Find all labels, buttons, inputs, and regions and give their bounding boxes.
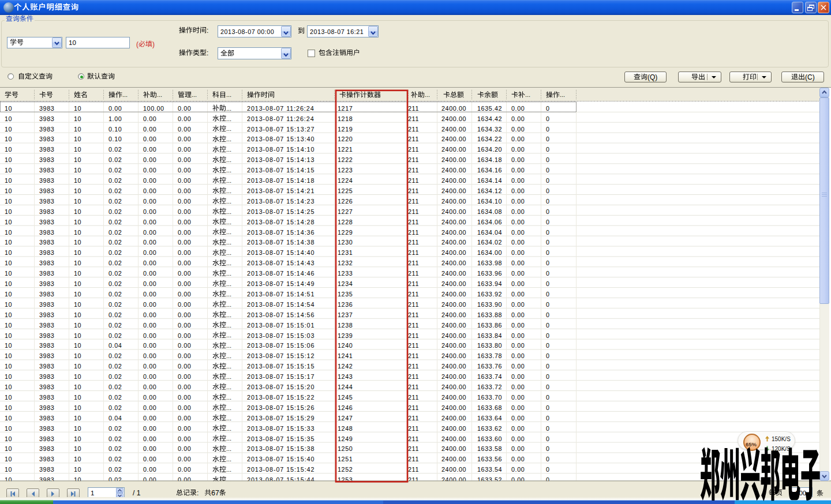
svg-text:...: ... xyxy=(226,115,231,122)
svg-text:...: ... xyxy=(226,373,231,380)
svg-text:(C): (C) xyxy=(805,73,815,81)
svg-text:...: ... xyxy=(226,456,231,462)
svg-text:...: ... xyxy=(226,301,231,308)
svg-text:...: ... xyxy=(226,425,231,432)
svg-text:(: ( xyxy=(136,40,138,48)
svg-text:...: ... xyxy=(226,415,231,422)
svg-text::: : xyxy=(207,49,208,57)
svg-text:0.001.000.100.100.020.020.020.: 0.001.000.100.100.020.020.020.020.020.02… xyxy=(108,105,122,483)
svg-text:...: ... xyxy=(226,198,231,205)
svg-text:...: ... xyxy=(226,156,231,163)
svg-text:...: ... xyxy=(226,404,231,411)
svg-text:...: ... xyxy=(226,239,231,246)
svg-text:...: ... xyxy=(226,352,231,359)
svg-text:1635.421634.421634.321634.2216: 1635.421634.421634.321634.221634.201634.… xyxy=(477,105,502,483)
svg-text:...: ... xyxy=(226,208,231,215)
svg-text:...: ... xyxy=(226,270,231,277)
svg-text:...: ... xyxy=(226,394,231,401)
svg-text:...: ... xyxy=(226,91,231,98)
svg-text:...: ... xyxy=(226,311,231,318)
svg-text:100.000.000.000.000.000.000.00: 100.000.000.000.000.000.000.000.000.000.… xyxy=(143,105,164,483)
svg-text:(Q): (Q) xyxy=(647,73,657,81)
svg-text:121712181219122012211222122312: 1217121812191220122112221223122412251226… xyxy=(338,105,353,483)
svg-text:...: ... xyxy=(226,291,231,298)
svg-text:...: ... xyxy=(226,228,231,235)
svg-text:...: ... xyxy=(226,466,231,473)
svg-text:...: ... xyxy=(226,332,231,338)
svg-text:...: ... xyxy=(226,105,231,112)
svg-text:...: ... xyxy=(226,435,231,442)
svg-text:...: ... xyxy=(226,445,231,452)
svg-text:...: ... xyxy=(226,280,231,287)
svg-text:...: ... xyxy=(226,249,231,256)
svg-text:...: ... xyxy=(425,91,430,98)
svg-text:...: ... xyxy=(226,342,231,349)
svg-text:...: ... xyxy=(226,146,231,153)
svg-text:...: ... xyxy=(226,322,231,329)
svg-text:...: ... xyxy=(226,259,231,266)
svg-text:...: ... xyxy=(192,91,197,98)
svg-text:...: ... xyxy=(525,91,530,98)
svg-text:0.000.000.000.000.000.000.000.: 0.000.000.000.000.000.000.000.000.000.00… xyxy=(511,105,525,483)
svg-text:...: ... xyxy=(226,167,231,174)
svg-text:...: ... xyxy=(560,91,565,98)
svg-text:...: ... xyxy=(122,91,128,98)
svg-text:...: ... xyxy=(226,383,231,390)
svg-text:2013-08-07 11:26:242013-08-07: 2013-08-07 11:26:242013-08-07 11:26:2420… xyxy=(247,105,315,483)
svg-text:101010101010101010101010101010: 1010101010101010101010101010101010101010… xyxy=(5,105,12,483)
svg-text:...: ... xyxy=(226,187,231,194)
svg-text:): ) xyxy=(152,40,155,48)
svg-text::: : xyxy=(207,27,208,35)
svg-text:...: ... xyxy=(226,219,231,225)
svg-text:211211211211211211211211211211: 2112112112112112112112112112112112112112… xyxy=(408,105,419,483)
svg-text:2400.002400.002400.002400.0024: 2400.002400.002400.002400.002400.002400.… xyxy=(441,105,466,483)
svg-text:101010101010101010101010101010: 1010101010101010101010101010101010101010… xyxy=(74,105,81,483)
svg-text:...: ... xyxy=(226,177,231,184)
svg-text:0.000.000.000.000.000.000.000.: 0.000.000.000.000.000.000.000.000.000.00… xyxy=(178,105,191,483)
svg-text:...: ... xyxy=(157,91,162,98)
svg-text:000000000000000000000000000000: 0000000000000000000000000000000000000 xyxy=(546,105,550,483)
svg-text:67: 67 xyxy=(211,489,219,497)
svg-text:398339833983398339833983398339: 3983398339833983398339833983398339833983… xyxy=(39,105,54,483)
svg-text:...: ... xyxy=(226,136,231,142)
svg-text:...: ... xyxy=(226,125,231,132)
svg-text::: : xyxy=(197,489,199,497)
svg-text:...: ... xyxy=(226,363,231,370)
